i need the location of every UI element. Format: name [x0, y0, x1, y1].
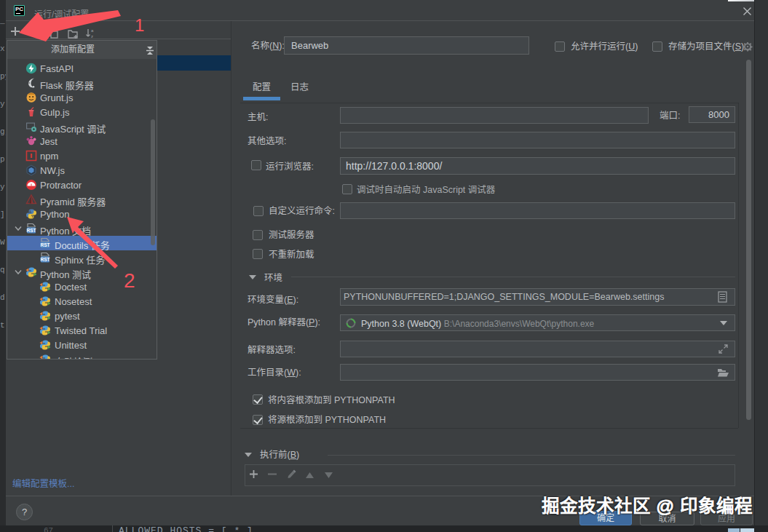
svg-text:RST: RST — [41, 242, 50, 247]
svg-text:z: z — [91, 34, 93, 39]
svg-text:RST: RST — [27, 228, 36, 233]
svg-text:RST: RST — [41, 257, 50, 262]
svg-text:a: a — [91, 28, 94, 33]
